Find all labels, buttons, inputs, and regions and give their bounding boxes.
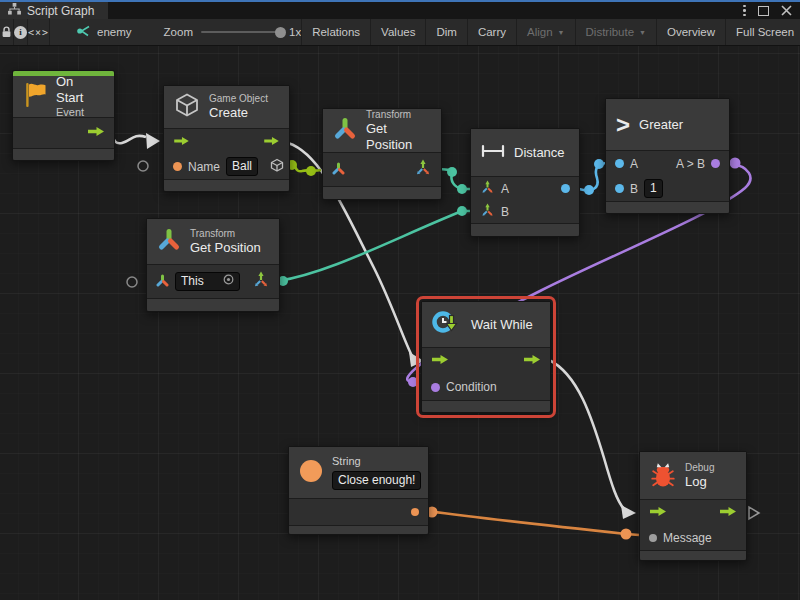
port-label: Message bbox=[663, 531, 712, 545]
overview-button[interactable]: Overview bbox=[656, 19, 725, 45]
script-graph-icon bbox=[8, 3, 21, 18]
inspect-button[interactable]: i bbox=[14, 19, 28, 45]
node-greater[interactable]: > Greater A A > B B 1 bbox=[605, 98, 730, 214]
node-distance[interactable]: Distance A B bbox=[470, 128, 580, 237]
carry-button[interactable]: Carry bbox=[467, 19, 516, 45]
zoom-control: Zoom 1x bbox=[164, 19, 302, 45]
flow-output-port[interactable] bbox=[523, 354, 541, 368]
graph-breadcrumb[interactable]: enemy bbox=[76, 19, 132, 45]
wire-arrowhead bbox=[621, 505, 636, 519]
port-label: B bbox=[501, 205, 509, 219]
tab-script-graph[interactable]: Script Graph bbox=[0, 2, 108, 19]
code-icon: <×> bbox=[28, 27, 49, 38]
string-circle-icon bbox=[299, 459, 323, 487]
flow-input-port[interactable] bbox=[173, 135, 190, 149]
chevron-down-icon: ▼ bbox=[558, 29, 565, 36]
flag-icon bbox=[23, 81, 47, 113]
vector3-input-port-a[interactable] bbox=[480, 180, 495, 198]
result-output-port[interactable] bbox=[711, 159, 720, 168]
node-title: String bbox=[332, 455, 421, 468]
dim-button[interactable]: Dim bbox=[425, 19, 466, 45]
node-debug-log[interactable]: Debug Log Message bbox=[639, 451, 747, 561]
code-view-button[interactable]: <×> bbox=[28, 19, 50, 45]
wire-flow-waitwhile-log[interactable] bbox=[549, 360, 624, 509]
target-object-value: This bbox=[181, 273, 204, 290]
flow-input-port[interactable] bbox=[649, 506, 667, 520]
input-port-a[interactable] bbox=[615, 159, 624, 168]
lock-icon bbox=[0, 25, 13, 39]
zoom-label: Zoom bbox=[164, 26, 193, 38]
vector3-input-port-b[interactable] bbox=[480, 203, 495, 221]
node-subtitle: Event bbox=[56, 106, 104, 119]
object-picker-icon[interactable] bbox=[223, 273, 234, 290]
window-menu-icon[interactable] bbox=[743, 5, 746, 17]
result-output-port[interactable] bbox=[561, 184, 570, 193]
focus-highlight-line bbox=[0, 0, 800, 2]
cube-icon bbox=[174, 92, 200, 122]
node-title: Get Position bbox=[190, 240, 261, 256]
node-title: Greater bbox=[639, 117, 683, 132]
bug-icon bbox=[650, 460, 676, 492]
node-string-literal[interactable]: String Close enough! bbox=[288, 446, 429, 535]
zoom-slider-handle[interactable] bbox=[275, 27, 286, 38]
unconnected-flow-indicator[interactable] bbox=[749, 507, 759, 519]
wire-arrowhead bbox=[146, 133, 160, 149]
node-category: Game Object bbox=[209, 93, 268, 105]
node-title: Get Position bbox=[366, 121, 431, 152]
input-port-b[interactable] bbox=[615, 184, 624, 193]
unconnected-port-indicator[interactable] bbox=[127, 277, 137, 287]
string-output-port[interactable] bbox=[411, 508, 419, 516]
transform-icon bbox=[333, 117, 357, 145]
node-get-position-bottom[interactable]: Transform Get Position This bbox=[146, 218, 280, 312]
port-label: B bbox=[630, 182, 638, 196]
info-icon: i bbox=[14, 26, 27, 39]
condition-input-port[interactable] bbox=[431, 383, 440, 392]
node-on-start-event[interactable]: On Start Event bbox=[12, 70, 115, 161]
flow-output-port[interactable] bbox=[87, 126, 105, 140]
tab-title: Script Graph bbox=[27, 4, 94, 18]
values-button[interactable]: Values bbox=[370, 19, 425, 45]
distribute-dropdown[interactable]: Distribute▼ bbox=[575, 19, 657, 45]
relations-button[interactable]: Relations bbox=[301, 19, 370, 45]
node-title: Log bbox=[685, 474, 714, 490]
port-label: A bbox=[630, 157, 638, 171]
port-label: A bbox=[501, 182, 509, 196]
graph-icon bbox=[76, 24, 91, 40]
wait-clock-icon bbox=[432, 310, 462, 340]
tab-bar: Script Graph bbox=[0, 0, 800, 19]
result-label: A > B bbox=[676, 157, 705, 171]
node-get-position-top[interactable]: Transform Get Position bbox=[322, 108, 442, 200]
node-category: Transform bbox=[190, 228, 261, 240]
node-wait-while[interactable]: Wait While Condition bbox=[421, 301, 551, 413]
fullscreen-button[interactable]: Full Screen bbox=[725, 19, 800, 45]
target-object-field[interactable]: This bbox=[175, 272, 240, 291]
transform-input-port[interactable] bbox=[332, 162, 345, 178]
align-dropdown[interactable]: Align▼ bbox=[516, 19, 575, 45]
b-value-field[interactable]: 1 bbox=[644, 179, 663, 198]
node-gameobject-create[interactable]: Game Object Create Name Ball bbox=[163, 85, 290, 192]
vector3-output-port[interactable] bbox=[252, 271, 270, 292]
name-value-field[interactable]: Ball bbox=[226, 157, 258, 176]
distance-icon bbox=[481, 144, 505, 162]
wire-string-log-message[interactable] bbox=[427, 511, 639, 535]
zoom-slider[interactable] bbox=[201, 31, 281, 33]
vector3-output-port[interactable] bbox=[414, 159, 432, 180]
maximize-icon[interactable] bbox=[758, 6, 769, 16]
gameobject-type-icon bbox=[270, 158, 284, 175]
transform-icon bbox=[157, 228, 181, 256]
node-title: Create bbox=[209, 105, 268, 121]
string-value-field[interactable]: Close enough! bbox=[332, 471, 421, 490]
lock-button[interactable] bbox=[0, 19, 14, 45]
flow-output-port[interactable] bbox=[263, 135, 280, 149]
name-input-port[interactable] bbox=[173, 162, 182, 171]
close-icon[interactable] bbox=[781, 2, 792, 20]
node-title: On Start bbox=[56, 74, 104, 105]
chevron-down-icon: ▼ bbox=[639, 29, 646, 36]
unconnected-port-indicator[interactable] bbox=[138, 161, 148, 171]
flow-output-port[interactable] bbox=[719, 506, 737, 520]
message-input-port[interactable] bbox=[649, 534, 657, 542]
transform-input-port[interactable] bbox=[156, 274, 169, 290]
flow-input-port[interactable] bbox=[431, 354, 449, 368]
graph-toolbar: i <×> enemy Zoom 1x Relations Values Dim… bbox=[0, 19, 800, 46]
node-category: Debug bbox=[685, 462, 714, 474]
